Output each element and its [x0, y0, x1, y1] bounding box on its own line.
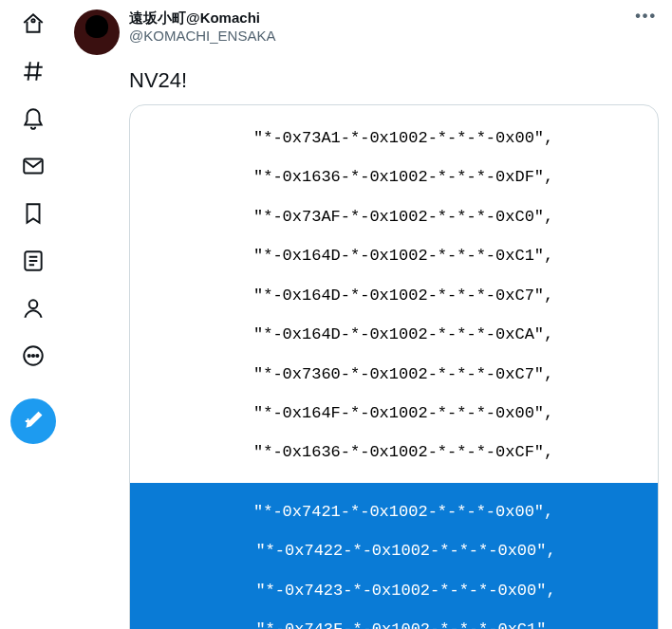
svg-point-6: [32, 355, 34, 357]
tweet-text: NV24!: [129, 68, 659, 93]
svg-point-7: [36, 355, 38, 357]
sidebar: [0, 0, 66, 629]
svg-point-0: [31, 19, 34, 22]
notifications-icon[interactable]: [21, 106, 46, 131]
lists-icon[interactable]: [21, 249, 46, 273]
code-line: "*-0x164F-*-0x1002-*-*-*-0x00",: [130, 404, 658, 424]
code-line: "*-0x7421-*-0x1002-*-*-*-0x00",: [130, 503, 658, 523]
tweet-header: 遠坂小町@Komachi @KOMACHI_ENSAKA: [74, 9, 659, 55]
code-listing: "*-0x73A1-*-0x1002-*-*-*-0x00", "*-0x163…: [130, 105, 658, 629]
profile-icon[interactable]: [21, 296, 46, 321]
display-name[interactable]: 遠坂小町@Komachi: [129, 9, 275, 28]
code-line: "*-0x743F-*-0x1002-*-*-*-0xC1",: [130, 620, 658, 629]
svg-point-3: [29, 300, 38, 308]
code-line: "*-0x164D-*-0x1002-*-*-*-0xCA",: [130, 325, 658, 345]
compose-button[interactable]: [10, 398, 56, 444]
tweet-more-button[interactable]: •••: [635, 8, 657, 25]
code-line: "*-0x73A1-*-0x1002-*-*-*-0x00",: [130, 129, 658, 149]
code-line: "*-0x7423-*-0x1002-*-*-*-0x00",: [130, 582, 658, 601]
code-line: "*-0x7422-*-0x1002-*-*-*-0x00",: [130, 542, 658, 562]
code-highlight: "*-0x7421-*-0x1002-*-*-*-0x00", "*-0x742…: [130, 483, 658, 629]
avatar[interactable]: [74, 9, 120, 55]
messages-icon[interactable]: [21, 154, 46, 178]
code-line: "*-0x7360-*-0x1002-*-*-*-0xC7",: [130, 365, 658, 385]
user-handle[interactable]: @KOMACHI_ENSAKA: [129, 28, 275, 44]
home-icon[interactable]: [21, 11, 46, 36]
bookmarks-icon[interactable]: [21, 201, 46, 226]
tweet-media[interactable]: "*-0x73A1-*-0x1002-*-*-*-0x00", "*-0x163…: [129, 104, 659, 629]
explore-icon[interactable]: [21, 59, 46, 83]
code-line: "*-0x1636-*-0x1002-*-*-*-0xCF",: [130, 443, 658, 463]
svg-point-5: [28, 355, 30, 357]
more-icon[interactable]: [21, 343, 46, 368]
code-line: "*-0x164D-*-0x1002-*-*-*-0xC7",: [130, 287, 658, 306]
tweet: ••• 遠坂小町@Komachi @KOMACHI_ENSAKA NV24! "…: [66, 0, 672, 629]
code-line: "*-0x73AF-*-0x1002-*-*-*-0xC0",: [130, 208, 658, 228]
code-line: "*-0x164D-*-0x1002-*-*-*-0xC1",: [130, 247, 658, 267]
code-line: "*-0x1636-*-0x1002-*-*-*-0xDF",: [130, 168, 658, 188]
